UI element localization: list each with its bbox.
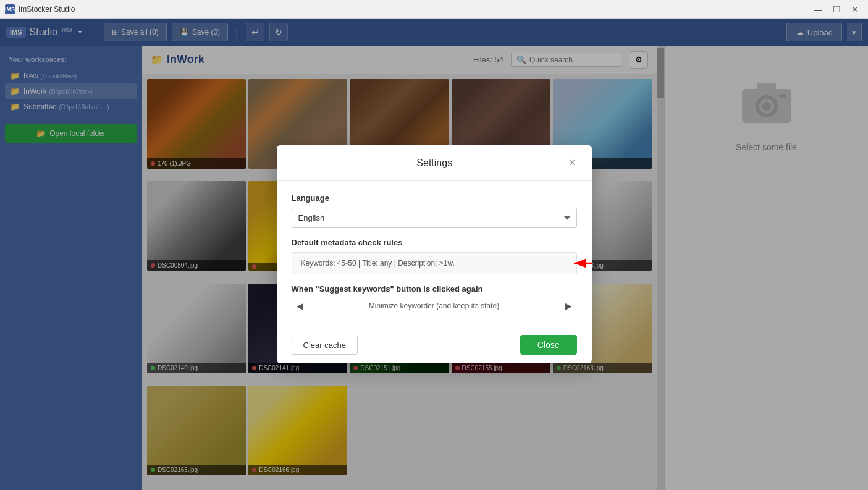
keyworder-value: Minimize keyworder (and keep its state)	[313, 302, 555, 310]
keyworder-prev-button[interactable]: ◀	[292, 298, 308, 313]
modal-title: Settings	[304, 158, 565, 169]
app-icon: IMS	[5, 4, 15, 14]
minimize-button[interactable]: —	[810, 3, 826, 15]
keyworder-next-button[interactable]: ▶	[560, 298, 577, 313]
close-button[interactable]: ✕	[847, 3, 863, 15]
language-select[interactable]: English Russian German French Spanish	[292, 208, 577, 228]
keyworder-row: ◀ Minimize keyworder (and keep its state…	[292, 298, 577, 313]
maximize-button[interactable]: ☐	[828, 3, 845, 15]
close-modal-button[interactable]: Close	[520, 335, 577, 355]
modal-header: Settings ×	[277, 145, 592, 181]
title-bar-controls: — ☐ ✕	[810, 3, 863, 15]
settings-modal: Settings × Language English Russian Germ…	[277, 145, 592, 363]
modal-body: Language English Russian German French S…	[277, 181, 592, 326]
clear-cache-button[interactable]: Clear cache	[292, 336, 358, 355]
metadata-text: Keywords: 45-50 | Title: any | Descripti…	[301, 259, 455, 268]
modal-close-button[interactable]: ×	[565, 155, 579, 171]
title-bar-left: IMS ImStocker Studio	[5, 4, 75, 14]
metadata-box[interactable]: Keywords: 45-50 | Title: any | Descripti…	[292, 252, 577, 274]
metadata-section-title: Default metadata check rules	[292, 238, 577, 247]
modal-overlay: Settings × Language English Russian Germ…	[0, 19, 868, 490]
modal-footer: Clear cache Close	[277, 326, 592, 363]
keyworder-section-title: When "Suggest keywords" button is clicke…	[292, 284, 577, 294]
title-bar: IMS ImStocker Studio — ☐ ✕	[0, 0, 868, 19]
language-label: Language	[292, 193, 577, 203]
keyworder-section: When "Suggest keywords" button is clicke…	[292, 284, 577, 313]
title-bar-text: ImStocker Studio	[19, 5, 75, 14]
